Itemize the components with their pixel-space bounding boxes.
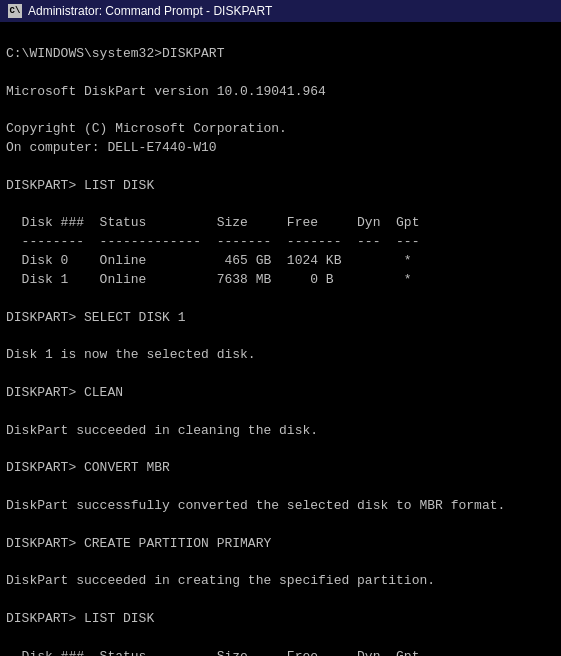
terminal-line: DISKPART> LIST DISK <box>6 177 555 196</box>
terminal-line: Disk 1 is now the selected disk. <box>6 346 555 365</box>
terminal-line <box>6 554 555 573</box>
terminal-line: On computer: DELL-E7440-W10 <box>6 139 555 158</box>
terminal-line: DiskPart successfully converted the sele… <box>6 497 555 516</box>
terminal-window[interactable]: C:\WINDOWS\system32>DISKPART Microsoft D… <box>0 22 561 656</box>
terminal-line: C:\WINDOWS\system32>DISKPART <box>6 45 555 64</box>
terminal-line: -------- ------------- ------- ------- -… <box>6 233 555 252</box>
terminal-line <box>6 591 555 610</box>
terminal-line <box>6 441 555 460</box>
terminal-line: DISKPART> CREATE PARTITION PRIMARY <box>6 535 555 554</box>
terminal-line <box>6 158 555 177</box>
terminal-line <box>6 196 555 215</box>
title-bar-icon: C\ <box>8 4 22 18</box>
terminal-line: Disk ### Status Size Free Dyn Gpt <box>6 214 555 233</box>
terminal-line: Disk 1 Online 7638 MB 0 B * <box>6 271 555 290</box>
terminal-line: Copyright (C) Microsoft Corporation. <box>6 120 555 139</box>
terminal-line: DISKPART> CLEAN <box>6 384 555 403</box>
terminal-line <box>6 290 555 309</box>
terminal-line <box>6 365 555 384</box>
terminal-line: DISKPART> CONVERT MBR <box>6 459 555 478</box>
terminal-line: DiskPart succeeded in cleaning the disk. <box>6 422 555 441</box>
title-bar: C\ Administrator: Command Prompt - DISKP… <box>0 0 561 22</box>
terminal-line: DISKPART> LIST DISK <box>6 610 555 629</box>
terminal-line <box>6 328 555 347</box>
terminal-line <box>6 478 555 497</box>
terminal-line <box>6 516 555 535</box>
terminal-line <box>6 629 555 648</box>
terminal-line: Microsoft DiskPart version 10.0.19041.96… <box>6 83 555 102</box>
terminal-line <box>6 101 555 120</box>
terminal-line: DISKPART> SELECT DISK 1 <box>6 309 555 328</box>
terminal-line <box>6 64 555 83</box>
terminal-line: Disk ### Status Size Free Dyn Gpt <box>6 648 555 656</box>
terminal-line <box>6 403 555 422</box>
terminal-line: DiskPart succeeded in creating the speci… <box>6 572 555 591</box>
title-bar-text: Administrator: Command Prompt - DISKPART <box>28 4 272 18</box>
terminal-line: Disk 0 Online 465 GB 1024 KB * <box>6 252 555 271</box>
